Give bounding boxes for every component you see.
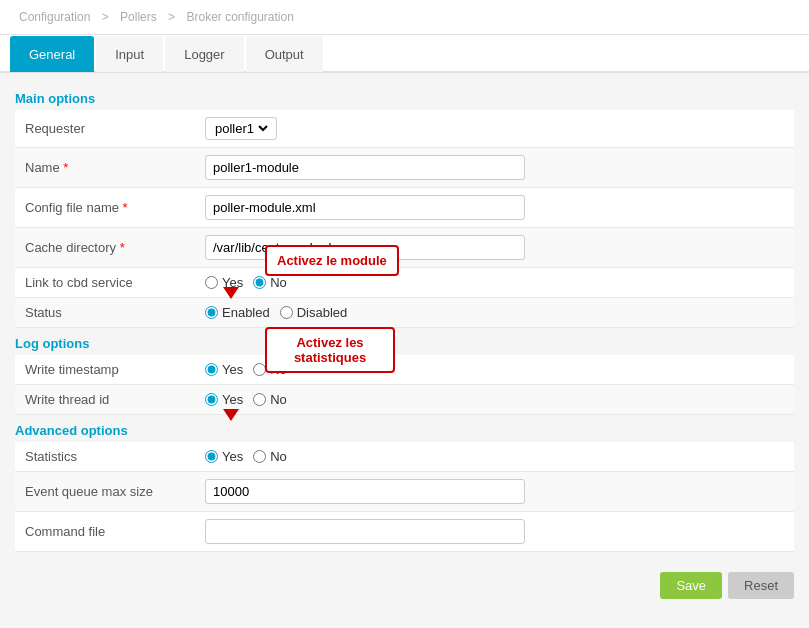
config-file-field xyxy=(195,188,794,228)
breadcrumb-pollers[interactable]: Pollers xyxy=(120,10,157,24)
breadcrumb-config[interactable]: Configuration xyxy=(19,10,90,24)
status-enabled-label[interactable]: Enabled xyxy=(205,305,270,320)
write-timestamp-label: Write timestamp xyxy=(15,355,195,385)
status-disabled-radio[interactable] xyxy=(280,306,293,319)
link-cbd-no-radio[interactable] xyxy=(253,276,266,289)
requester-label: Requester xyxy=(15,110,195,148)
advanced-options-title: Advanced options xyxy=(15,415,794,442)
table-row: Requester poller1 xyxy=(15,110,794,148)
config-file-label: Config file name xyxy=(15,188,195,228)
status-disabled-label[interactable]: Disabled xyxy=(280,305,348,320)
advanced-options-table: Statistics Yes No Event queue max size xyxy=(15,442,794,552)
name-input[interactable] xyxy=(205,155,525,180)
write-ts-yes-label[interactable]: Yes xyxy=(205,362,243,377)
write-ts-yes-radio[interactable] xyxy=(205,363,218,376)
table-row: Write thread id Yes No Activez lesstatis… xyxy=(15,385,794,415)
requester-select[interactable]: poller1 xyxy=(211,120,271,137)
tab-input[interactable]: Input xyxy=(96,36,163,72)
form-content: Main options Requester poller1 Name xyxy=(0,73,809,562)
cache-dir-field xyxy=(195,228,794,268)
main-options-table: Requester poller1 Name Config file name xyxy=(15,110,794,328)
status-field: Enabled Disabled Activez le module xyxy=(195,298,794,328)
footer-buttons: Save Reset xyxy=(0,562,809,609)
write-thread-yes-label[interactable]: Yes xyxy=(205,392,243,407)
config-file-input[interactable] xyxy=(205,195,525,220)
log-options-section: Log options Write timestamp Yes No W xyxy=(15,328,794,415)
event-queue-input[interactable] xyxy=(205,479,525,504)
breadcrumb-sep2: > xyxy=(168,10,178,24)
link-cbd-label: Link to cbd service xyxy=(15,268,195,298)
breadcrumb-broker: Broker configuration xyxy=(186,10,293,24)
statistics-radio-group: Yes No xyxy=(205,449,784,464)
table-row: Name xyxy=(15,148,794,188)
advanced-options-section: Advanced options Statistics Yes No E xyxy=(15,415,794,552)
statistics-no-label[interactable]: No xyxy=(253,449,287,464)
annotation-stats-arrow xyxy=(223,409,239,421)
write-thread-no-radio[interactable] xyxy=(253,393,266,406)
table-row: Cache directory xyxy=(15,228,794,268)
table-row: Command file xyxy=(15,512,794,552)
status-label: Status xyxy=(15,298,195,328)
tabs-bar: General Input Logger Output xyxy=(0,35,809,73)
write-thread-radio-group: Yes No Activez lesstatistiques xyxy=(205,392,784,407)
write-thread-label: Write thread id xyxy=(15,385,195,415)
name-label: Name xyxy=(15,148,195,188)
write-timestamp-radio-group: Yes No xyxy=(205,362,784,377)
write-timestamp-field: Yes No xyxy=(195,355,794,385)
write-ts-no-radio[interactable] xyxy=(253,363,266,376)
write-ts-no-label[interactable]: No xyxy=(253,362,287,377)
statistics-no-radio[interactable] xyxy=(253,450,266,463)
table-row: Config file name xyxy=(15,188,794,228)
table-row: Event queue max size xyxy=(15,472,794,512)
breadcrumb-sep1: > xyxy=(102,10,112,24)
breadcrumb: Configuration > Pollers > Broker configu… xyxy=(0,0,809,35)
write-thread-yes-radio[interactable] xyxy=(205,393,218,406)
name-field xyxy=(195,148,794,188)
reset-button[interactable]: Reset xyxy=(728,572,794,599)
main-options-section: Main options Requester poller1 Name xyxy=(15,83,794,328)
save-button[interactable]: Save xyxy=(660,572,722,599)
table-row: Write timestamp Yes No xyxy=(15,355,794,385)
main-options-title: Main options xyxy=(15,83,794,110)
table-row: Status Enabled Disabled Activez le modul… xyxy=(15,298,794,328)
link-cbd-no-label[interactable]: No xyxy=(253,275,287,290)
log-options-title: Log options xyxy=(15,328,794,355)
requester-select-wrapper[interactable]: poller1 xyxy=(205,117,277,140)
statistics-yes-radio[interactable] xyxy=(205,450,218,463)
link-cbd-yes-radio[interactable] xyxy=(205,276,218,289)
link-cbd-field: Yes No xyxy=(195,268,794,298)
cache-dir-label: Cache directory xyxy=(15,228,195,268)
log-options-table: Write timestamp Yes No Write thread id xyxy=(15,355,794,415)
write-thread-no-label[interactable]: No xyxy=(253,392,287,407)
tab-logger[interactable]: Logger xyxy=(165,36,243,72)
statistics-field: Yes No xyxy=(195,442,794,472)
statistics-label: Statistics xyxy=(15,442,195,472)
status-radio-group: Enabled Disabled Activez le module xyxy=(205,305,784,320)
command-file-label: Command file xyxy=(15,512,195,552)
event-queue-field xyxy=(195,472,794,512)
cache-dir-input[interactable] xyxy=(205,235,525,260)
table-row: Link to cbd service Yes No xyxy=(15,268,794,298)
statistics-yes-label[interactable]: Yes xyxy=(205,449,243,464)
requester-field: poller1 xyxy=(195,110,794,148)
command-file-input[interactable] xyxy=(205,519,525,544)
annotation-module-arrow xyxy=(223,287,239,299)
table-row: Statistics Yes No xyxy=(15,442,794,472)
write-thread-field: Yes No Activez lesstatistiques xyxy=(195,385,794,415)
status-enabled-radio[interactable] xyxy=(205,306,218,319)
command-file-field xyxy=(195,512,794,552)
tab-output[interactable]: Output xyxy=(246,36,323,72)
event-queue-label: Event queue max size xyxy=(15,472,195,512)
link-cbd-radio-group: Yes No xyxy=(205,275,784,290)
tab-general[interactable]: General xyxy=(10,36,94,72)
